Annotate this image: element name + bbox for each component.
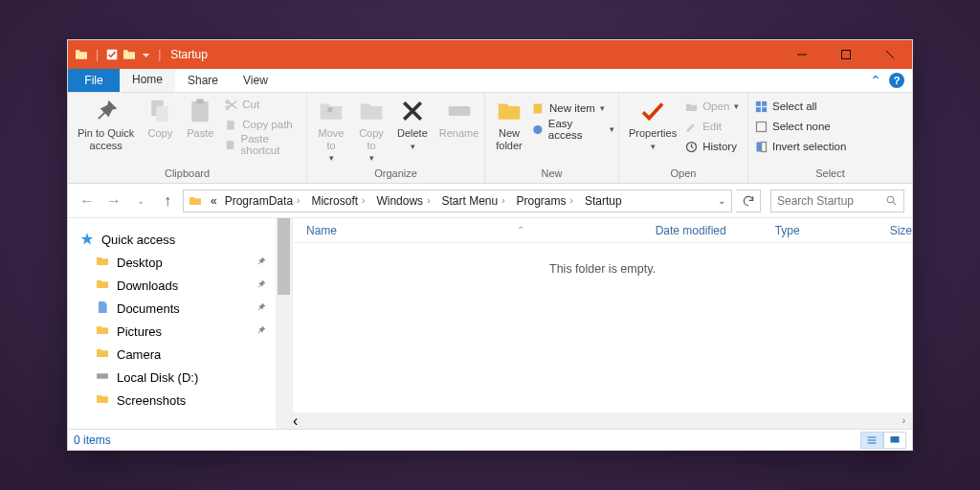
scrollbar-horizontal[interactable]: ‹ ›: [293, 412, 912, 429]
recent-locations-button[interactable]: ⌄: [129, 189, 152, 212]
paste-button[interactable]: Paste: [180, 95, 220, 142]
svg-point-24: [887, 196, 894, 203]
qat-dropdown-icon[interactable]: ⏷: [142, 50, 151, 60]
delete-button[interactable]: Delete▾: [391, 95, 434, 153]
folder-icon: [95, 345, 110, 364]
view-large-icons-button[interactable]: [883, 432, 906, 449]
nav-item[interactable]: Screenshots: [95, 389, 292, 412]
invert-selection-button[interactable]: Invert selection: [752, 137, 846, 156]
copy-to-icon: [357, 97, 386, 125]
tab-share[interactable]: Share: [175, 69, 231, 92]
svg-rect-21: [757, 122, 767, 131]
forward-button[interactable]: →: [102, 189, 125, 212]
properties-button[interactable]: Properties▾: [623, 95, 682, 153]
copy-path-button[interactable]: Copy path: [222, 115, 302, 134]
scroll-left-icon[interactable]: ‹: [293, 412, 912, 430]
column-type[interactable]: Type: [762, 224, 877, 237]
close-button[interactable]: [868, 40, 912, 69]
folder-icon: [95, 277, 110, 295]
column-size[interactable]: Size: [877, 224, 912, 237]
search-icon: [885, 194, 898, 207]
nav-item[interactable]: Downloads: [95, 274, 292, 297]
edit-button[interactable]: Edit: [682, 117, 739, 136]
up-button[interactable]: ↑: [156, 189, 179, 212]
column-headers: Name ⌃ Date modified Type Size: [293, 218, 912, 243]
open-button[interactable]: Open▾: [682, 97, 739, 116]
move-to-icon: [317, 97, 345, 125]
easy-access-icon: [531, 122, 545, 137]
scroll-right-icon[interactable]: ›: [896, 412, 912, 429]
maximize-button[interactable]: [824, 40, 868, 69]
separator: |: [158, 48, 161, 61]
column-name[interactable]: Name: [293, 224, 417, 237]
cut-button[interactable]: Cut: [222, 95, 302, 114]
paste-icon: [186, 97, 214, 125]
nav-item[interactable]: Documents: [95, 297, 292, 320]
folder-icon: [74, 47, 89, 62]
nav-item-label: Local Disk (D:): [117, 370, 198, 385]
main-area: Quick access DesktopDownloadsDocumentsPi…: [68, 218, 912, 429]
select-all-button[interactable]: Select all: [752, 97, 846, 116]
files-view: Name ⌃ Date modified Type Size This fold…: [293, 218, 912, 429]
nav-item[interactable]: Pictures: [95, 320, 292, 343]
svg-rect-13: [448, 106, 470, 116]
pin-icon: [256, 301, 267, 316]
breadcrumb[interactable]: Startup: [581, 194, 626, 208]
history-button[interactable]: History: [682, 137, 739, 156]
collapse-ribbon-icon[interactable]: ⌃: [870, 73, 881, 88]
nav-item-label: Downloads: [117, 278, 178, 293]
scrollbar-thumb[interactable]: [278, 218, 290, 295]
back-button[interactable]: ←: [76, 189, 99, 212]
window-title: Startup: [170, 48, 208, 61]
quick-access-header[interactable]: Quick access: [79, 228, 292, 251]
breadcrumb[interactable]: Start Menu›: [437, 194, 512, 208]
copy-to-button[interactable]: Copy to▾: [351, 95, 391, 166]
search-input[interactable]: Search Startup: [770, 189, 904, 212]
easy-access-button[interactable]: Easy access▾: [529, 120, 614, 139]
tab-file[interactable]: File: [68, 69, 120, 92]
view-details-button[interactable]: [860, 432, 883, 449]
refresh-button[interactable]: [736, 189, 761, 212]
empty-folder-message: This folder is empty.: [293, 243, 912, 412]
address-bar[interactable]: « ProgramData› Microsoft› Windows› Start…: [183, 189, 732, 212]
rename-button[interactable]: Rename: [434, 95, 485, 142]
svg-rect-18: [762, 100, 767, 105]
folder-icon: [188, 193, 203, 209]
minimize-button[interactable]: [780, 40, 824, 69]
breadcrumb-overflow[interactable]: «: [207, 194, 221, 208]
nav-item[interactable]: Camera: [95, 343, 292, 366]
breadcrumb[interactable]: Windows›: [372, 194, 437, 208]
help-icon[interactable]: ?: [889, 73, 904, 88]
svg-rect-6: [157, 106, 169, 122]
breadcrumb[interactable]: Microsoft›: [307, 194, 372, 208]
breadcrumb[interactable]: Programs›: [513, 194, 581, 208]
tab-view[interactable]: View: [231, 69, 280, 92]
nav-item-label: Screenshots: [117, 393, 186, 408]
svg-line-4: [886, 51, 894, 58]
nav-item[interactable]: Local Disk (D:): [95, 366, 292, 389]
breadcrumb[interactable]: ProgramData›: [221, 194, 308, 208]
paste-shortcut-button[interactable]: Paste shortcut: [222, 135, 302, 154]
nav-item[interactable]: Desktop: [95, 251, 292, 274]
move-to-button[interactable]: Move to▾: [311, 95, 351, 166]
column-date[interactable]: Date modified: [642, 224, 762, 237]
svg-rect-11: [227, 121, 234, 129]
svg-rect-2: [842, 51, 851, 59]
pin-to-quick-access-button[interactable]: Pin to Quick access: [72, 95, 140, 153]
navigation-pane: Quick access DesktopDownloadsDocumentsPi…: [68, 218, 293, 429]
select-none-icon: [754, 120, 768, 134]
scrollbar-vertical[interactable]: [276, 218, 292, 429]
select-none-button[interactable]: Select none: [752, 117, 846, 136]
new-folder-icon: [495, 97, 523, 125]
address-dropdown-icon[interactable]: ⌄: [712, 195, 731, 206]
copy-button[interactable]: Copy: [140, 95, 180, 142]
nav-item-label: Camera: [117, 347, 161, 362]
new-item-button[interactable]: New item▾: [529, 99, 614, 118]
group-label: Select: [752, 167, 908, 183]
svg-rect-14: [534, 103, 543, 113]
svg-rect-17: [756, 100, 761, 105]
tab-home[interactable]: Home: [120, 69, 175, 92]
checkbox-icon[interactable]: [105, 48, 119, 61]
new-folder-button[interactable]: New folder: [489, 95, 529, 153]
paste-shortcut-icon: [224, 138, 236, 152]
